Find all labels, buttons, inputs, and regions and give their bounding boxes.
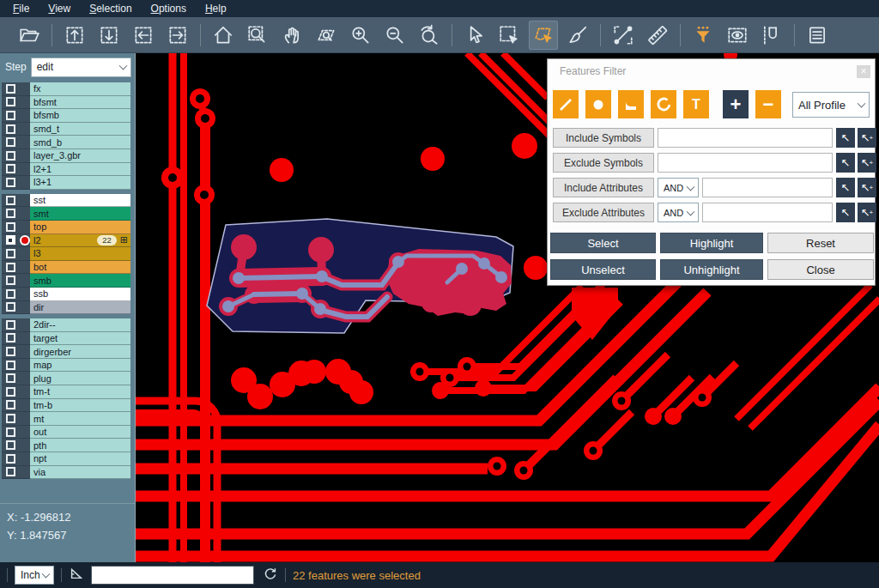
filter-add-button[interactable]: + — [723, 90, 749, 118]
layer-item-mt[interactable]: mt — [30, 412, 130, 426]
layer-item-target[interactable]: target — [30, 332, 130, 346]
close-icon[interactable]: × — [857, 65, 870, 78]
layer-checkbox-sst[interactable] — [6, 196, 15, 205]
layer-checkbox-bfsmt[interactable] — [6, 97, 15, 106]
layer-checkbox-smd_t[interactable] — [6, 124, 15, 134]
close-button[interactable]: Close — [767, 259, 874, 280]
step-dropdown[interactable]: edit — [31, 58, 131, 77]
pick-add-from-canvas-button[interactable]: ↖+ — [858, 153, 876, 173]
layer-item-dirgerber[interactable]: dirgerber — [30, 345, 130, 359]
layer-item-layer_3.gbr[interactable]: layer_3.gbr — [30, 149, 130, 163]
layer-checkbox-tm-b[interactable] — [6, 400, 15, 409]
and-or-dropdown[interactable]: AND — [658, 203, 699, 222]
layer-checkbox-via[interactable] — [6, 467, 15, 476]
layer-checkbox-l3[interactable] — [6, 249, 15, 258]
layer-checkbox-2dir--[interactable] — [6, 320, 15, 330]
layer-checkbox-fx[interactable] — [6, 84, 15, 94]
layer-checkbox-pth[interactable] — [6, 440, 15, 450]
menu-file[interactable]: File — [5, 1, 37, 16]
layer-item-tm-t[interactable]: tm-t — [30, 385, 130, 399]
unhighlight-button[interactable]: Unhighlight — [660, 259, 763, 280]
mark-brush-button[interactable] — [563, 21, 592, 50]
zoom-in-button[interactable] — [346, 21, 375, 50]
layer-checkbox-layer_3.gbr[interactable] — [6, 151, 15, 161]
home-view-button[interactable] — [209, 21, 238, 50]
zoom-window-button[interactable] — [243, 21, 272, 50]
layer-item-top[interactable]: top — [30, 221, 130, 234]
menu-view[interactable]: View — [40, 1, 78, 16]
layer-checkbox-ssb[interactable] — [6, 289, 15, 299]
layer-item-2dir--[interactable]: 2dir-- — [30, 318, 130, 332]
unit-dropdown[interactable]: Inch — [15, 566, 54, 585]
filter-pad-button[interactable] — [585, 90, 611, 118]
profile-dropdown[interactable]: All Profile — [792, 92, 870, 118]
layer-checkbox-dirgerber[interactable] — [6, 347, 15, 356]
menu-options[interactable]: Options — [143, 1, 194, 16]
layer-item-sst[interactable]: sst — [30, 194, 130, 208]
open-project-button[interactable] — [15, 21, 44, 50]
pick-from-canvas-button[interactable]: ↖ — [836, 153, 855, 173]
pick-add-from-canvas-button[interactable]: ↖+ — [858, 128, 876, 148]
pick-add-from-canvas-button[interactable]: ↖+ — [858, 178, 876, 197]
step-down-button[interactable] — [94, 21, 124, 50]
layer-checkbox-out[interactable] — [6, 427, 15, 437]
layer-checkbox-map[interactable] — [6, 361, 15, 370]
layer-item-smd_t[interactable]: smd_t — [30, 123, 130, 136]
layer-item-ssb[interactable]: ssb — [30, 288, 130, 301]
pan-hand-button[interactable] — [277, 21, 306, 50]
reset-button[interactable]: Reset — [767, 233, 874, 253]
filter-remove-button[interactable]: − — [755, 90, 781, 118]
measure-ruler-button[interactable] — [643, 21, 672, 50]
layer-checkbox-tm-t[interactable] — [6, 387, 15, 397]
layer-item-smt[interactable]: smt — [30, 207, 130, 221]
layer-checkbox-dir[interactable] — [6, 302, 15, 312]
layer-checkbox-smd_b[interactable] — [6, 137, 15, 147]
layer-item-smd_b[interactable]: smd_b — [30, 136, 130, 149]
select-button[interactable]: Select — [550, 233, 656, 253]
filter-value-input[interactable] — [702, 203, 833, 222]
layer-checkbox-top[interactable] — [6, 222, 15, 232]
select-pointer-button[interactable] — [460, 21, 489, 50]
highlight-button[interactable]: Highlight — [660, 233, 763, 253]
layer-item-npt[interactable]: npt — [30, 452, 130, 466]
measure-corner-icon[interactable] — [69, 566, 84, 585]
filter-row-label-button[interactable]: Exclude Attributes — [553, 203, 654, 222]
layer-item-out[interactable]: out — [30, 426, 130, 439]
zoom-previous-button[interactable] — [415, 21, 444, 50]
select-polygon-button[interactable] — [529, 21, 558, 50]
measure-distance-button[interactable] — [609, 21, 638, 50]
menu-selection[interactable]: Selection — [82, 1, 139, 16]
layer-item-bfsmt[interactable]: bfsmt — [30, 96, 130, 110]
layer-item-plug[interactable]: plug — [30, 372, 130, 385]
layer-checkbox-npt[interactable] — [6, 454, 15, 464]
view-options-button[interactable] — [723, 21, 752, 50]
filter-arc-button[interactable] — [651, 90, 676, 118]
layer-item-tm-b[interactable]: tm-b — [30, 399, 130, 413]
step-left-button[interactable] — [129, 21, 158, 50]
filter-line-button[interactable] — [553, 90, 579, 118]
layer-checkbox-l2+1[interactable] — [6, 164, 15, 173]
pick-add-from-canvas-button[interactable]: ↖+ — [858, 203, 876, 222]
refresh-icon[interactable] — [263, 566, 278, 585]
layer-item-fx[interactable]: fx — [30, 82, 130, 96]
filter-value-input[interactable] — [702, 178, 833, 197]
layer-item-bot[interactable]: bot — [30, 261, 130, 275]
layer-checkbox-smt[interactable] — [6, 209, 15, 218]
pick-from-canvas-button[interactable]: ↖ — [836, 203, 855, 222]
filter-value-input[interactable] — [658, 153, 833, 173]
layer-checkbox-l3+1[interactable] — [6, 178, 15, 187]
layer-checkbox-smb[interactable] — [6, 276, 15, 285]
layer-item-l3[interactable]: l3 — [30, 247, 130, 261]
layer-item-map[interactable]: map — [30, 359, 130, 373]
zoom-polygon-button[interactable] — [312, 21, 341, 50]
step-right-button[interactable] — [163, 21, 192, 50]
layer-checkbox-plug[interactable] — [6, 373, 15, 383]
layer-item-l2+1[interactable]: l2+1 — [30, 163, 130, 177]
layer-checkbox-bfsmb[interactable] — [6, 111, 15, 120]
snap-mode-button[interactable] — [757, 21, 786, 50]
layer-checkbox-bot[interactable] — [6, 263, 15, 272]
select-rectangle-button[interactable] — [494, 21, 524, 50]
filter-row-label-button[interactable]: Include Attributes — [553, 178, 654, 197]
filter-value-input[interactable] — [658, 128, 833, 148]
step-up-button[interactable] — [60, 21, 89, 50]
